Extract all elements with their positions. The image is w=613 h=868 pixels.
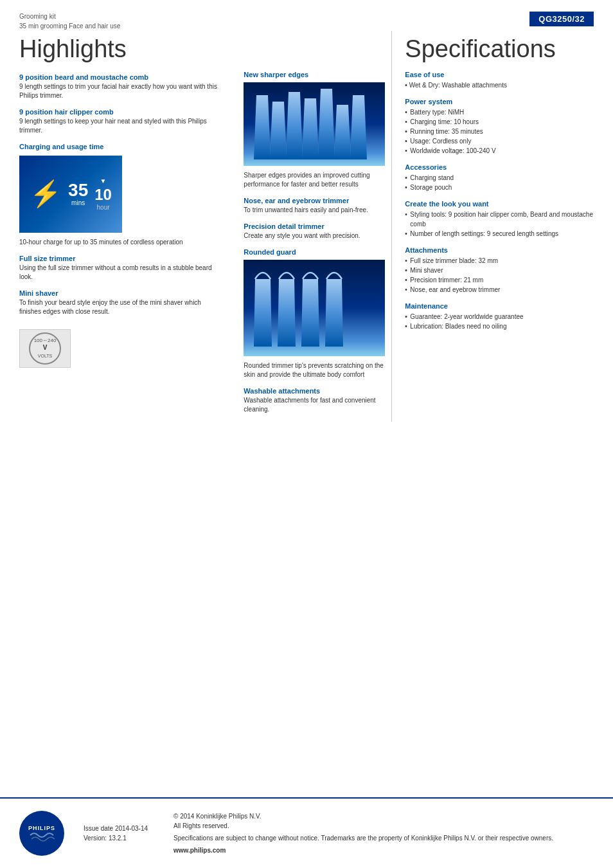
website: www.philips.com [173, 845, 594, 855]
hour-display: 10 [94, 186, 112, 204]
footer: PHILIPS Issue date 2014-03-14 Version: 1… [0, 797, 613, 868]
nose-title: Nose, ear and eyebrow trimmer [244, 197, 385, 204]
accessories-item-0: Charging stand [405, 173, 594, 183]
svg-marker-13 [254, 279, 272, 347]
svg-text:PHILIPS: PHILIPS [28, 825, 55, 831]
svg-marker-15 [301, 279, 319, 347]
maintenance-title: Maintenance [405, 302, 594, 310]
createlook-item-0: Styling tools: 9 position hair clipper c… [405, 210, 594, 229]
sharper-image [244, 82, 385, 166]
time-unit: mins [71, 199, 85, 206]
product-line: Grooming kit [19, 12, 120, 21]
highlight-charging-section: Charging and usage time ⚡ 35 mins ▼ 10 h… [19, 143, 224, 247]
sharper-caption: Sharper edges provides an improved cutti… [244, 171, 385, 189]
attachments-item-2: Precision trimmer: 21 mm [405, 275, 594, 285]
model-badge: QG3250/32 [529, 12, 594, 26]
minishaver-text: To finish your beard style enjoy the use… [19, 298, 224, 316]
hair-title: 9 position hair clipper comb [19, 108, 224, 116]
attachments-item-1: Mini shaver [405, 266, 594, 275]
voltage-image: 100↔240 V VOLTS [19, 329, 71, 368]
rounded-image [244, 260, 385, 356]
attachments-title: Attachments [405, 246, 594, 254]
voltage-svg: 100↔240 V VOLTS [22, 332, 67, 365]
bolt-icon: ⚡ [30, 179, 62, 209]
spec-createlook-section: Create the look you want Styling tools: … [405, 200, 594, 239]
attachments-item-3: Nose, ear and eyebrow trimmer [405, 285, 594, 294]
highlight-hair-section: 9 position hair clipper comb 9 length se… [19, 108, 224, 135]
time-number: 35 [68, 181, 88, 199]
spec-accessories-section: Accessories Charging stand Storage pouch [405, 163, 594, 192]
createlook-item-1: Number of length settings: 9 secured len… [405, 229, 594, 239]
svg-marker-11 [350, 95, 367, 159]
hour-unit: hour [97, 204, 110, 211]
power-item-4: Worldwide voltage: 100-240 V [405, 146, 594, 156]
highlight-minishaver-section: Mini shaver To finish your beard style e… [19, 289, 224, 316]
charging-title: Charging and usage time [19, 143, 224, 150]
legal-text: Specifications are subject to change wit… [173, 833, 594, 843]
svg-marker-16 [325, 279, 343, 347]
copyright: © 2014 Koninklijke Philips N.V. [173, 811, 594, 821]
hair-text: 9 length settings to keep your hair neat… [19, 117, 224, 135]
precision-title: Precision detail trimmer [244, 222, 385, 230]
main-content: Highlights 9 position beard and moustach… [0, 31, 613, 422]
header: Grooming kit 35 min grooming Face and ha… [0, 0, 613, 31]
beard-title: 9 position beard and moustache comb [19, 73, 224, 81]
rounded-title: Rounded guard [244, 248, 385, 256]
svg-point-17 [23, 814, 60, 851]
fullsize-title: Full size trimmer [19, 255, 224, 262]
power-title: Power system [405, 98, 594, 105]
power-item-0: Battery type: NiMH [405, 107, 594, 117]
charging-image: ⚡ 35 mins ▼ 10 hour [19, 156, 122, 233]
down-arrow-icon: ▼ [100, 177, 107, 185]
philips-logo-svg: PHILIPS [22, 813, 61, 852]
spec-ease-section: Ease of use • Wet & Dry: Washable attach… [405, 71, 594, 90]
spec-attachments-section: Attachments Full size trimmer blade: 32 … [405, 246, 594, 294]
spec-maintenance-section: Maintenance Guarantee: 2-year worldwide … [405, 302, 594, 331]
product-subtitle: 35 min grooming Face and hair use [19, 21, 120, 31]
highlight-sharper-section: New sharper edges [244, 71, 385, 189]
power-item-3: Usage: Cordless only [405, 136, 594, 146]
svg-marker-9 [318, 89, 335, 159]
maintenance-item-1: Lubrication: Blades need no oiling [405, 321, 594, 331]
precision-text: Create any style you want with precision… [244, 231, 385, 240]
attachments-item-0: Full size trimmer blade: 32 mm [405, 256, 594, 266]
svg-text:100↔240: 100↔240 [34, 338, 57, 343]
highlight-fullsize-section: Full size trimmer Using the full size tr… [19, 255, 224, 282]
specs-title: Specifications [405, 36, 594, 63]
sharper-svg [244, 82, 385, 166]
highlight-rounded-section: Rounded guard [244, 248, 385, 379]
page-wrapper: Grooming kit 35 min grooming Face and ha… [0, 0, 613, 868]
rights: All Rights reserved. [173, 821, 594, 831]
version: Version: 13.2.1 [84, 835, 154, 842]
rounded-svg [244, 260, 385, 356]
accessories-title: Accessories [405, 163, 594, 171]
charging-caption: 10-hour charge for up to 35 minutes of c… [19, 238, 224, 247]
footer-meta: Issue date 2014-03-14 Version: 13.2.1 [84, 825, 154, 842]
highlight-precision-section: Precision detail trimmer Create any styl… [244, 222, 385, 240]
svg-text:VOLTS: VOLTS [38, 354, 53, 358]
maintenance-item-0: Guarantee: 2-year worldwide guarantee [405, 312, 594, 321]
beard-text: 9 length settings to trim your facial ha… [19, 82, 224, 100]
middle-column: New sharper edges [237, 31, 391, 422]
highlight-washable-section: Washable attachments Washable attachment… [244, 387, 385, 414]
washable-text: Washable attachments for fast and conven… [244, 396, 385, 414]
sharper-title: New sharper edges [244, 71, 385, 78]
spec-power-section: Power system Battery type: NiMH Charging… [405, 98, 594, 156]
issue-date: Issue date 2014-03-14 [84, 825, 154, 832]
power-item-2: Running time: 35 minutes [405, 127, 594, 136]
minishaver-title: Mini shaver [19, 289, 224, 297]
ease-item-0: • Wet & Dry: Washable attachments [405, 80, 594, 90]
svg-marker-10 [334, 105, 351, 159]
svg-marker-7 [286, 92, 303, 159]
philips-logo-wordmark: PHILIPS [22, 813, 61, 853]
left-column: Highlights 9 position beard and moustach… [19, 31, 237, 422]
footer-legal: © 2014 Koninklijke Philips N.V. All Righ… [173, 811, 594, 855]
nose-text: To trim unwanted hairs easily and pain-f… [244, 206, 385, 215]
svg-marker-6 [270, 102, 287, 159]
createlook-title: Create the look you want [405, 200, 594, 208]
svg-marker-8 [302, 98, 319, 159]
highlight-nose-section: Nose, ear and eyebrow trimmer To trim un… [244, 197, 385, 215]
product-info: Grooming kit 35 min grooming Face and ha… [19, 12, 120, 31]
rounded-caption: Rounded trimmer tip's prevents scratchin… [244, 361, 385, 379]
highlights-title: Highlights [19, 36, 224, 63]
